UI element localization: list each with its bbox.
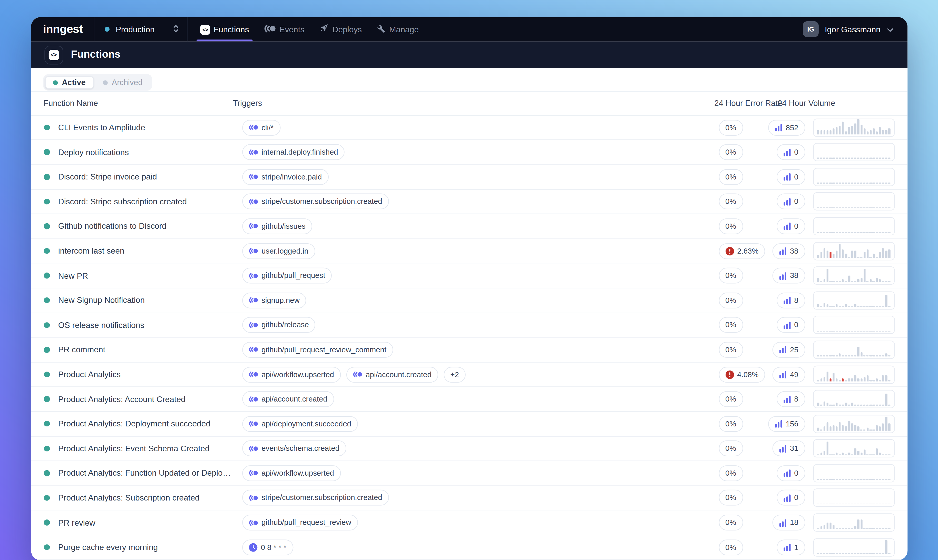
volume-cell: 1 bbox=[778, 540, 813, 555]
volume-value: 0 bbox=[794, 321, 798, 329]
event-icon bbox=[249, 198, 258, 205]
event-trigger-badge: api/workflow.upserted bbox=[242, 465, 341, 481]
volume-badge: 0 bbox=[776, 490, 805, 506]
function-row[interactable]: Discord: Stripe subscription createdstri… bbox=[31, 189, 907, 214]
sparkline-bar bbox=[826, 130, 829, 134]
sparkline-bar bbox=[857, 119, 859, 134]
sparkline-bar bbox=[860, 452, 862, 455]
volume-value: 49 bbox=[790, 370, 798, 379]
function-row[interactable]: Product Analytics: Function Updated or D… bbox=[31, 461, 907, 486]
trigger-label: signup.new bbox=[262, 296, 300, 305]
event-icon bbox=[249, 297, 258, 304]
function-name-cell: Product Analytics: Deployment succeeded bbox=[31, 419, 233, 428]
sparkline-bar bbox=[826, 522, 829, 529]
sparkline-zero-dash bbox=[888, 479, 890, 480]
function-row[interactable]: Product Analytics: Deployment succeededa… bbox=[31, 412, 907, 436]
function-name: Github notifications to Discord bbox=[58, 222, 166, 231]
sparkline-bar bbox=[867, 249, 869, 258]
sparkline-bar bbox=[851, 378, 853, 381]
sparkline-zero-dash bbox=[848, 405, 850, 406]
volume-value: 156 bbox=[786, 420, 798, 428]
triggers-cell: 0 8 * * * bbox=[233, 540, 715, 555]
function-row[interactable]: Product Analyticsapi/workflow.upsertedap… bbox=[31, 362, 907, 387]
sparkline-zero-dash bbox=[854, 479, 856, 480]
error-rate-badge: 2.63% bbox=[719, 243, 765, 259]
volume-value: 18 bbox=[790, 518, 798, 527]
function-row[interactable]: Product Analytics: Subscription createds… bbox=[31, 486, 907, 511]
sparkline-zero-dash bbox=[866, 405, 869, 406]
sparkline-zero-dash bbox=[841, 528, 844, 529]
function-row[interactable]: Discord: Stripe invoice paidstripe/invoi… bbox=[31, 165, 907, 189]
function-row[interactable]: OS release notificationsgithub/release0%… bbox=[31, 313, 907, 338]
function-row[interactable]: Deploy notificationsinternal.deploy.fini… bbox=[31, 140, 907, 165]
sparkline-zero-dash bbox=[882, 504, 884, 505]
sparkline-zero-dash bbox=[863, 429, 866, 431]
function-row[interactable]: Purge cache every morning0 8 * * *0%1 bbox=[31, 535, 907, 560]
nav-tabs: <>FunctionsEventsDeploysManage bbox=[197, 17, 422, 42]
sparkline-bar bbox=[888, 424, 890, 431]
sparkline-bar bbox=[836, 452, 838, 455]
environment-selector[interactable]: Production bbox=[94, 17, 187, 42]
volume-cell: 0 bbox=[778, 194, 813, 209]
function-row[interactable]: Github notifications to Discordgithub/is… bbox=[31, 214, 907, 239]
sparkline-zero-dash bbox=[838, 454, 841, 455]
sparkline-zero-dash bbox=[838, 232, 841, 233]
sparkline-bar bbox=[845, 403, 847, 406]
sparkline-zero-dash bbox=[845, 454, 847, 455]
trigger-label: api/account.created bbox=[366, 370, 431, 379]
function-row[interactable]: New PRgithub/pull_request0%38 bbox=[31, 264, 907, 288]
sparkline-zero-dash bbox=[860, 429, 863, 431]
function-row[interactable]: New Signup Notificationsignup.new0%8 bbox=[31, 288, 907, 313]
function-row[interactable]: intercom last seenuser.logged.in2.63%38 bbox=[31, 239, 907, 264]
function-active-dot bbox=[44, 297, 50, 303]
function-row[interactable]: PR commentgithub/pull_request_review_com… bbox=[31, 338, 907, 362]
triggers-cell: api/account.created bbox=[233, 391, 715, 407]
filter-archived[interactable]: Archived bbox=[95, 76, 150, 89]
sparkline-zero-dash bbox=[888, 355, 890, 356]
sparkline-cell bbox=[813, 168, 907, 186]
tab-deploys[interactable]: Deploys bbox=[316, 17, 365, 42]
sparkline-zero-dash bbox=[863, 207, 866, 208]
error-rate-value: 0% bbox=[725, 222, 736, 231]
error-rate-cell: 0% bbox=[714, 292, 778, 308]
user-menu[interactable]: IG Igor Gassmann bbox=[799, 17, 907, 42]
sparkline-zero-dash bbox=[841, 355, 844, 356]
function-row[interactable]: PR reviewgithub/pull_request_review0%18 bbox=[31, 511, 907, 535]
function-name-cell: Deploy notifications bbox=[31, 148, 233, 157]
tab-functions[interactable]: <>Functions bbox=[197, 17, 253, 42]
sparkline-bar bbox=[848, 421, 850, 431]
sparkline-zero-dash bbox=[882, 405, 884, 406]
function-row[interactable]: Product Analytics: Event Schema Createde… bbox=[31, 436, 907, 461]
volume-sparkline bbox=[813, 464, 895, 482]
filter-active[interactable]: Active bbox=[45, 76, 94, 89]
sparkline-zero-dash bbox=[863, 232, 866, 233]
volume-sparkline bbox=[813, 489, 895, 507]
sparkline-bar bbox=[823, 377, 826, 381]
sparkline-zero-dash bbox=[817, 158, 819, 159]
sparkline-zero-dash bbox=[832, 553, 835, 554]
sparkline-zero-dash bbox=[885, 504, 887, 505]
function-name: Product Analytics bbox=[58, 370, 121, 379]
sparkline-bar bbox=[826, 403, 829, 406]
sparkline-bar bbox=[857, 520, 859, 529]
sparkline-zero-dash bbox=[829, 553, 832, 554]
tab-manage[interactable]: Manage bbox=[373, 17, 422, 42]
sparkline-bar bbox=[836, 403, 838, 406]
function-row[interactable]: CLI Events to Amplitudecli/*0%852 bbox=[31, 115, 907, 140]
sparkline-zero-dash bbox=[885, 158, 887, 159]
sparkline-zero-dash bbox=[882, 454, 884, 455]
sparkline-zero-dash bbox=[857, 504, 859, 505]
function-row[interactable]: Product Analytics: Account Createdapi/ac… bbox=[31, 387, 907, 412]
sparkline-bar bbox=[873, 129, 875, 134]
sparkline-zero-dash bbox=[866, 331, 869, 332]
volume-sparkline bbox=[813, 538, 895, 556]
triggers-cell: github/release bbox=[233, 317, 715, 333]
sparkline-zero-dash bbox=[882, 281, 884, 282]
sparkline-zero-dash bbox=[851, 232, 853, 233]
volume-cell: 49 bbox=[778, 366, 813, 382]
tab-label: Manage bbox=[389, 25, 419, 34]
function-name-cell: New PR bbox=[31, 271, 233, 280]
tab-events[interactable]: Events bbox=[261, 17, 308, 42]
sparkline-zero-dash bbox=[863, 504, 866, 505]
error-rate-badge: 0% bbox=[719, 194, 743, 209]
